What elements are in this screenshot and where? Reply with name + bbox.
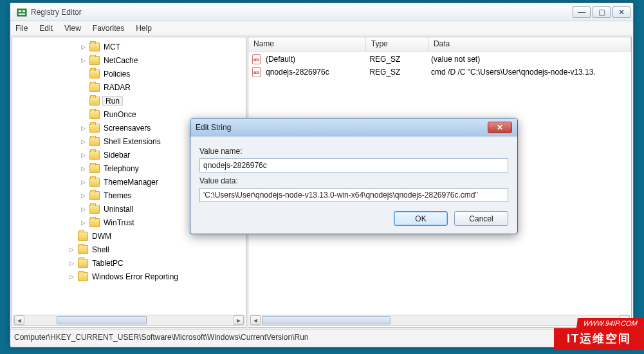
tree-item[interactable]: ▷Windows Error Reporting: [12, 270, 246, 283]
tree-item-label: DWM: [92, 232, 111, 241]
tree-item[interactable]: ▷NetCache: [12, 53, 246, 67]
value-name-input[interactable]: [199, 158, 508, 172]
watermark-url: WWW.94IP.COM: [576, 318, 644, 328]
menubar: File Edit View Favorites Help: [10, 21, 633, 35]
expand-icon[interactable]: ▷: [79, 44, 87, 50]
expand-icon[interactable]: ▷: [79, 138, 87, 145]
svg-rect-0: [17, 9, 26, 16]
tree-item[interactable]: ▷MCT: [12, 40, 246, 53]
folder-icon: [78, 272, 88, 281]
menu-help[interactable]: Help: [136, 24, 152, 33]
menu-view[interactable]: View: [64, 24, 81, 33]
menu-file[interactable]: File: [15, 24, 28, 33]
tree-item[interactable]: RADAR: [12, 80, 246, 94]
tree-item[interactable]: Policies: [12, 67, 246, 80]
menu-favorites[interactable]: Favorites: [93, 24, 124, 33]
value-data-input[interactable]: [199, 188, 508, 202]
folder-icon: [89, 191, 100, 200]
value-row[interactable]: ab(Default)REG_SZ(value not set): [248, 53, 631, 66]
tree-item-label: Windows Error Reporting: [92, 272, 178, 281]
tree-item-label: TabletPC: [92, 259, 124, 268]
folder-icon: [89, 164, 100, 173]
folder-icon: [78, 259, 88, 268]
statusbar: Computer\HKEY_CURRENT_USER\Software\Micr…: [10, 329, 633, 344]
scroll-thumb[interactable]: [57, 316, 147, 324]
tree-item[interactable]: ▷Shell: [12, 243, 246, 256]
scroll-left-icon[interactable]: ◄: [250, 315, 261, 325]
maximize-icon: ▢: [598, 8, 605, 17]
value-row[interactable]: abqnodejs-2826976cREG_SZcmd /D /C "C:\Us…: [248, 66, 631, 79]
folder-icon: [89, 124, 100, 133]
expand-icon[interactable]: ▷: [79, 57, 87, 64]
svg-rect-3: [19, 14, 25, 15]
expand-icon[interactable]: ▷: [79, 179, 87, 185]
folder-icon: [78, 232, 88, 241]
expand-icon[interactable]: ▷: [79, 152, 87, 158]
expand-icon[interactable]: ▷: [79, 125, 87, 131]
tree-item-label: Telephony: [104, 164, 139, 173]
minimize-icon: —: [578, 8, 585, 17]
folder-icon: [89, 70, 100, 79]
tree-item[interactable]: Run: [12, 94, 246, 107]
reg-string-icon: ab: [252, 54, 261, 64]
cancel-button[interactable]: Cancel: [454, 211, 508, 226]
close-icon: ✕: [618, 8, 625, 17]
value-name: (Default): [263, 55, 367, 64]
tree-item[interactable]: ▷TabletPC: [12, 256, 246, 270]
window-title: Registry Editor: [31, 8, 82, 17]
expand-icon[interactable]: ▷: [79, 219, 87, 226]
dialog-titlebar[interactable]: Edit String ✕: [190, 118, 517, 136]
watermark: WWW.94IP.COM IT运维空间: [554, 318, 644, 349]
value-name-label: Value name:: [199, 147, 508, 156]
tree-item-label: Themes: [104, 191, 131, 200]
value-type: REG_SZ: [367, 55, 428, 64]
svg-rect-1: [19, 10, 21, 12]
scroll-left-icon[interactable]: ◄: [14, 315, 24, 325]
column-name[interactable]: Name: [248, 37, 366, 51]
folder-icon: [89, 218, 100, 227]
tree-item-label: WinTrust: [104, 218, 134, 227]
expand-icon[interactable]: ▷: [68, 274, 75, 280]
value-name: qnodejs-2826976c: [263, 68, 367, 77]
folder-icon: [89, 56, 100, 65]
menu-edit[interactable]: Edit: [39, 24, 53, 33]
column-data[interactable]: Data: [428, 37, 631, 51]
folder-icon: [89, 110, 100, 119]
tree-item-label: NetCache: [104, 56, 138, 65]
expand-icon[interactable]: ▷: [68, 260, 75, 266]
close-icon: ✕: [497, 123, 503, 132]
expand-icon[interactable]: ▷: [79, 192, 87, 199]
app-icon: [17, 7, 27, 17]
folder-icon: [89, 205, 100, 214]
value-data-label: Value data:: [199, 176, 508, 185]
edit-string-dialog: Edit String ✕ Value name: Value data: OK…: [190, 118, 518, 234]
close-button[interactable]: ✕: [612, 6, 630, 18]
tree-item-label: Shell Extensions: [104, 137, 161, 146]
value-data: (value not set): [428, 55, 631, 64]
expand-icon[interactable]: ▷: [79, 165, 87, 172]
status-path: Computer\HKEY_CURRENT_USER\Software\Micr…: [14, 333, 308, 342]
svg-rect-2: [23, 10, 25, 12]
column-type[interactable]: Type: [366, 37, 428, 51]
scroll-thumb[interactable]: [262, 316, 391, 324]
folder-icon: [78, 245, 88, 254]
minimize-button[interactable]: —: [573, 6, 591, 18]
folder-icon: [89, 97, 100, 106]
tree-item-label: MCT: [104, 42, 120, 51]
value-type: REG_SZ: [367, 68, 428, 77]
dialog-close-button[interactable]: ✕: [488, 122, 512, 133]
reg-string-icon: ab: [252, 67, 261, 77]
folder-icon: [89, 178, 100, 187]
titlebar[interactable]: Registry Editor — ▢ ✕: [10, 3, 633, 21]
tree-item-label: Policies: [104, 70, 130, 79]
ok-button[interactable]: OK: [394, 211, 448, 226]
tree-item-label: RADAR: [104, 83, 131, 92]
maximize-button[interactable]: ▢: [593, 6, 611, 18]
expand-icon[interactable]: ▷: [79, 206, 87, 212]
expand-icon[interactable]: ▷: [68, 247, 75, 253]
tree-item-label: Shell: [92, 245, 109, 254]
watermark-text: IT运维空间: [554, 328, 644, 349]
scroll-right-icon[interactable]: ►: [234, 315, 244, 325]
tree-item-label: Uninstall: [104, 205, 133, 214]
tree-horizontal-scrollbar[interactable]: ◄ ►: [14, 315, 244, 326]
